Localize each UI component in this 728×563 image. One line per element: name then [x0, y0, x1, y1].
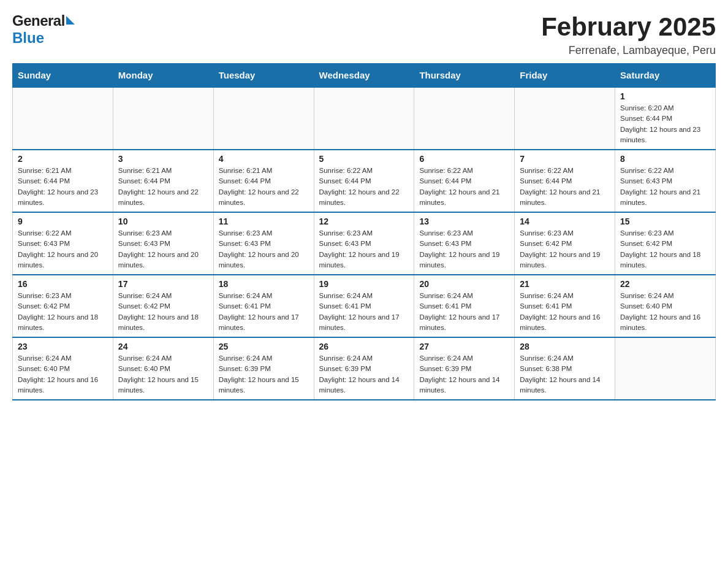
day-info: Sunrise: 6:22 AM Sunset: 6:43 PM Dayligh… — [620, 166, 710, 208]
day-info: Sunrise: 6:24 AM Sunset: 6:40 PM Dayligh… — [18, 353, 108, 396]
calendar-cell: 22Sunrise: 6:24 AM Sunset: 6:40 PM Dayli… — [615, 275, 716, 337]
calendar-cell: 23Sunrise: 6:24 AM Sunset: 6:40 PM Dayli… — [13, 337, 113, 400]
day-header-saturday: Saturday — [615, 64, 716, 88]
day-number: 14 — [520, 216, 610, 226]
day-header-wednesday: Wednesday — [314, 64, 414, 88]
calendar-cell: 4Sunrise: 6:21 AM Sunset: 6:44 PM Daylig… — [213, 150, 314, 212]
calendar-cell: 19Sunrise: 6:24 AM Sunset: 6:41 PM Dayli… — [314, 275, 414, 337]
day-info: Sunrise: 6:22 AM Sunset: 6:44 PM Dayligh… — [319, 166, 409, 208]
calendar-title: February 2025 — [541, 12, 716, 42]
calendar-body: 1Sunrise: 6:20 AM Sunset: 6:44 PM Daylig… — [13, 87, 716, 400]
calendar-cell: 24Sunrise: 6:24 AM Sunset: 6:40 PM Dayli… — [113, 337, 213, 400]
day-info: Sunrise: 6:21 AM Sunset: 6:44 PM Dayligh… — [219, 166, 309, 208]
week-row-1: 1Sunrise: 6:20 AM Sunset: 6:44 PM Daylig… — [13, 87, 716, 150]
day-number: 10 — [118, 216, 208, 226]
day-info: Sunrise: 6:23 AM Sunset: 6:42 PM Dayligh… — [620, 228, 710, 270]
day-number: 8 — [620, 154, 710, 164]
day-number: 5 — [319, 154, 409, 164]
day-number: 17 — [118, 279, 208, 289]
day-header-friday: Friday — [515, 64, 615, 88]
day-info: Sunrise: 6:24 AM Sunset: 6:40 PM Dayligh… — [118, 353, 208, 396]
calendar-cell: 27Sunrise: 6:24 AM Sunset: 6:39 PM Dayli… — [414, 337, 515, 400]
calendar-cell: 5Sunrise: 6:22 AM Sunset: 6:44 PM Daylig… — [314, 150, 414, 212]
calendar-cell: 7Sunrise: 6:22 AM Sunset: 6:44 PM Daylig… — [515, 150, 615, 212]
calendar-cell: 6Sunrise: 6:22 AM Sunset: 6:44 PM Daylig… — [414, 150, 515, 212]
day-number: 2 — [18, 154, 108, 164]
calendar-cell: 25Sunrise: 6:24 AM Sunset: 6:39 PM Dayli… — [213, 337, 314, 400]
logo-triangle-icon — [66, 16, 75, 25]
calendar-cell: 26Sunrise: 6:24 AM Sunset: 6:39 PM Dayli… — [314, 337, 414, 400]
day-number: 27 — [419, 342, 509, 351]
day-info: Sunrise: 6:21 AM Sunset: 6:44 PM Dayligh… — [118, 166, 208, 208]
day-info: Sunrise: 6:23 AM Sunset: 6:43 PM Dayligh… — [118, 228, 208, 270]
day-info: Sunrise: 6:23 AM Sunset: 6:43 PM Dayligh… — [319, 228, 409, 270]
calendar-cell: 2Sunrise: 6:21 AM Sunset: 6:44 PM Daylig… — [13, 150, 113, 212]
logo-blue-text: Blue — [12, 29, 75, 47]
calendar-subtitle: Ferrenafe, Lambayeque, Peru — [541, 44, 716, 57]
day-info: Sunrise: 6:23 AM Sunset: 6:43 PM Dayligh… — [419, 228, 509, 270]
day-info: Sunrise: 6:24 AM Sunset: 6:39 PM Dayligh… — [319, 353, 409, 396]
day-info: Sunrise: 6:23 AM Sunset: 6:42 PM Dayligh… — [520, 228, 610, 270]
day-info: Sunrise: 6:22 AM Sunset: 6:43 PM Dayligh… — [18, 228, 108, 270]
day-info: Sunrise: 6:23 AM Sunset: 6:42 PM Dayligh… — [18, 291, 108, 333]
calendar-cell — [515, 87, 615, 150]
day-number: 20 — [419, 279, 509, 289]
calendar-cell — [213, 87, 314, 150]
calendar-cell — [615, 337, 716, 400]
day-info: Sunrise: 6:24 AM Sunset: 6:40 PM Dayligh… — [620, 291, 710, 333]
calendar-cell: 13Sunrise: 6:23 AM Sunset: 6:43 PM Dayli… — [414, 212, 515, 275]
day-info: Sunrise: 6:22 AM Sunset: 6:44 PM Dayligh… — [520, 166, 610, 208]
calendar-cell: 3Sunrise: 6:21 AM Sunset: 6:44 PM Daylig… — [113, 150, 213, 212]
day-number: 13 — [419, 216, 509, 226]
logo-general-text: General — [12, 12, 65, 29]
calendar-cell: 17Sunrise: 6:24 AM Sunset: 6:42 PM Dayli… — [113, 275, 213, 337]
calendar-cell: 12Sunrise: 6:23 AM Sunset: 6:43 PM Dayli… — [314, 212, 414, 275]
calendar-cell: 10Sunrise: 6:23 AM Sunset: 6:43 PM Dayli… — [113, 212, 213, 275]
week-row-5: 23Sunrise: 6:24 AM Sunset: 6:40 PM Dayli… — [13, 337, 716, 400]
calendar-table: SundayMondayTuesdayWednesdayThursdayFrid… — [12, 63, 716, 400]
day-number: 28 — [520, 342, 610, 351]
day-number: 16 — [18, 279, 108, 289]
day-number: 4 — [219, 154, 309, 164]
day-number: 26 — [319, 342, 409, 351]
day-number: 21 — [520, 279, 610, 289]
calendar-cell: 14Sunrise: 6:23 AM Sunset: 6:42 PM Dayli… — [515, 212, 615, 275]
day-headers-row: SundayMondayTuesdayWednesdayThursdayFrid… — [13, 64, 716, 88]
calendar-cell: 11Sunrise: 6:23 AM Sunset: 6:43 PM Dayli… — [213, 212, 314, 275]
day-number: 24 — [118, 342, 208, 351]
day-number: 25 — [219, 342, 309, 351]
day-number: 1 — [620, 91, 710, 101]
page-header: General Blue February 2025 Ferrenafe, La… — [12, 12, 716, 57]
calendar-cell — [13, 87, 113, 150]
day-number: 3 — [118, 154, 208, 164]
day-number: 19 — [319, 279, 409, 289]
day-info: Sunrise: 6:24 AM Sunset: 6:41 PM Dayligh… — [520, 291, 610, 333]
day-number: 22 — [620, 279, 710, 289]
day-number: 18 — [219, 279, 309, 289]
calendar-cell — [414, 87, 515, 150]
day-info: Sunrise: 6:24 AM Sunset: 6:39 PM Dayligh… — [219, 353, 309, 396]
day-number: 6 — [419, 154, 509, 164]
calendar-cell: 20Sunrise: 6:24 AM Sunset: 6:41 PM Dayli… — [414, 275, 515, 337]
day-number: 12 — [319, 216, 409, 226]
day-info: Sunrise: 6:24 AM Sunset: 6:41 PM Dayligh… — [219, 291, 309, 333]
title-section: February 2025 Ferrenafe, Lambayeque, Per… — [541, 12, 716, 57]
day-header-thursday: Thursday — [414, 64, 515, 88]
day-info: Sunrise: 6:24 AM Sunset: 6:39 PM Dayligh… — [419, 353, 509, 396]
day-header-monday: Monday — [113, 64, 213, 88]
calendar-cell: 18Sunrise: 6:24 AM Sunset: 6:41 PM Dayli… — [213, 275, 314, 337]
day-number: 23 — [18, 342, 108, 351]
day-info: Sunrise: 6:23 AM Sunset: 6:43 PM Dayligh… — [219, 228, 309, 270]
day-info: Sunrise: 6:24 AM Sunset: 6:41 PM Dayligh… — [319, 291, 409, 333]
day-number: 11 — [219, 216, 309, 226]
day-info: Sunrise: 6:22 AM Sunset: 6:44 PM Dayligh… — [419, 166, 509, 208]
day-header-tuesday: Tuesday — [213, 64, 314, 88]
logo: General Blue — [12, 12, 75, 47]
calendar-header: SundayMondayTuesdayWednesdayThursdayFrid… — [13, 64, 716, 88]
calendar-cell — [113, 87, 213, 150]
week-row-4: 16Sunrise: 6:23 AM Sunset: 6:42 PM Dayli… — [13, 275, 716, 337]
day-info: Sunrise: 6:21 AM Sunset: 6:44 PM Dayligh… — [18, 166, 108, 208]
calendar-cell: 1Sunrise: 6:20 AM Sunset: 6:44 PM Daylig… — [615, 87, 716, 150]
calendar-cell: 9Sunrise: 6:22 AM Sunset: 6:43 PM Daylig… — [13, 212, 113, 275]
day-info: Sunrise: 6:20 AM Sunset: 6:44 PM Dayligh… — [620, 103, 710, 145]
